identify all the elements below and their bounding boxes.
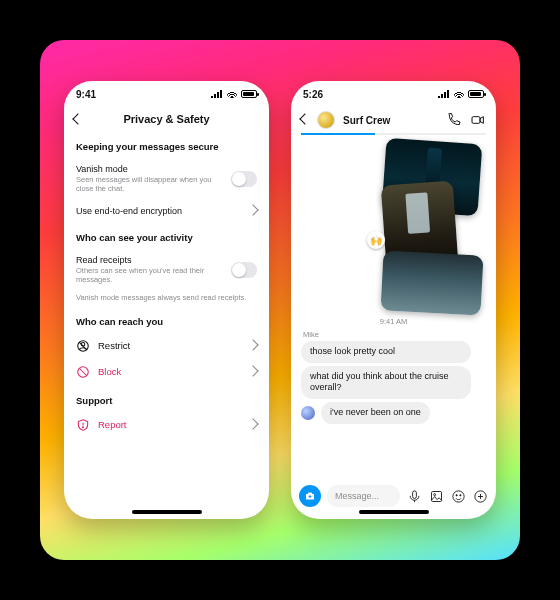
incoming-message[interactable]: those look pretty cool xyxy=(301,341,471,363)
chevron-right-icon xyxy=(247,418,258,429)
timestamp: 9:41 AM xyxy=(301,317,486,326)
chat-avatar[interactable] xyxy=(317,111,335,129)
section-header-reach: Who can reach you xyxy=(76,316,257,327)
status-bar: 9:41 xyxy=(64,81,269,107)
message-placeholder: Message... xyxy=(335,491,379,501)
incoming-message[interactable]: i've never been on one xyxy=(321,402,430,424)
receipts-note: Vanish mode messages always send read re… xyxy=(76,291,257,306)
svg-point-11 xyxy=(433,493,435,495)
sender-name: Mike xyxy=(303,330,486,339)
wifi-icon xyxy=(454,90,464,98)
svg-point-8 xyxy=(308,495,311,498)
status-time: 9:41 xyxy=(76,89,96,100)
home-indicator[interactable] xyxy=(359,510,429,514)
row-vanish-mode[interactable]: Vanish mode Seen messages will disappear… xyxy=(76,158,257,200)
row-block[interactable]: Block xyxy=(76,359,257,385)
video-call-button[interactable] xyxy=(470,112,486,128)
receipts-title: Read receipts xyxy=(76,255,223,265)
restrict-label: Restrict xyxy=(98,340,130,351)
phone-chat-thread: 5:26 Surf Crew 🙌 xyxy=(291,81,496,519)
back-button[interactable] xyxy=(74,113,82,125)
status-right xyxy=(211,90,257,98)
chevron-right-icon xyxy=(247,339,258,350)
svg-point-12 xyxy=(452,490,463,501)
chevron-right-icon xyxy=(247,204,258,215)
chat-title[interactable]: Surf Crew xyxy=(343,115,438,126)
e2e-title: Use end-to-end encryption xyxy=(76,206,241,216)
row-restrict[interactable]: Restrict xyxy=(76,333,257,359)
status-bar: 5:26 xyxy=(291,81,496,107)
reaction-emoji: 🙌 xyxy=(370,235,382,246)
report-icon xyxy=(76,418,90,432)
svg-point-13 xyxy=(456,494,457,495)
gradient-stage: 9:41 Privacy & Safety Keeping your messa… xyxy=(40,40,520,560)
vanish-sub: Seen messages will disappear when you cl… xyxy=(76,175,223,194)
nav-bar: Privacy & Safety xyxy=(64,107,269,131)
photo-pool-deck[interactable] xyxy=(380,250,483,315)
incoming-message[interactable]: what did you think about the cruise over… xyxy=(301,366,471,399)
block-icon xyxy=(76,365,90,379)
chevron-right-icon xyxy=(247,365,258,376)
add-button[interactable] xyxy=(472,488,488,504)
signal-icon xyxy=(211,90,223,98)
receipts-sub: Others can see when you've read their me… xyxy=(76,266,223,285)
vanish-toggle[interactable] xyxy=(231,171,257,187)
row-report[interactable]: Report xyxy=(76,412,257,438)
block-label: Block xyxy=(98,366,121,377)
home-indicator[interactable] xyxy=(132,510,202,514)
status-right xyxy=(438,90,484,98)
restrict-icon xyxy=(76,339,90,353)
vanish-title: Vanish mode xyxy=(76,164,223,174)
signal-icon xyxy=(438,90,450,98)
svg-line-4 xyxy=(80,368,87,375)
page-title: Privacy & Safety xyxy=(123,113,209,125)
section-header-activity: Who can see your activity xyxy=(76,232,257,243)
chevron-left-icon xyxy=(299,113,310,124)
camera-button[interactable] xyxy=(299,485,321,507)
message-input[interactable]: Message... xyxy=(327,485,400,507)
sticker-button[interactable] xyxy=(450,488,466,504)
phone-privacy-settings: 9:41 Privacy & Safety Keeping your messa… xyxy=(64,81,269,519)
reaction-badge[interactable]: 🙌 xyxy=(367,231,385,249)
voice-clip-button[interactable] xyxy=(406,488,422,504)
chat-header: Surf Crew xyxy=(291,107,496,133)
wifi-icon xyxy=(227,90,237,98)
back-button[interactable] xyxy=(301,115,309,125)
sender-avatar[interactable] xyxy=(301,406,315,420)
chevron-left-icon xyxy=(72,113,83,124)
report-label: Report xyxy=(98,419,127,430)
svg-rect-9 xyxy=(412,490,416,498)
battery-icon xyxy=(241,90,257,98)
receipts-toggle[interactable] xyxy=(231,262,257,278)
svg-point-6 xyxy=(83,427,84,428)
photo-stack[interactable]: 🙌 xyxy=(301,141,486,311)
settings-list[interactable]: Keeping your messages secure Vanish mode… xyxy=(64,131,269,519)
battery-icon xyxy=(468,90,484,98)
row-read-receipts[interactable]: Read receipts Others can see when you've… xyxy=(76,249,257,291)
audio-call-button[interactable] xyxy=(446,112,462,128)
row-e2e[interactable]: Use end-to-end encryption xyxy=(76,200,257,222)
svg-rect-10 xyxy=(431,491,441,501)
svg-point-14 xyxy=(459,494,460,495)
section-header-secure: Keeping your messages secure xyxy=(76,141,257,152)
status-time: 5:26 xyxy=(303,89,323,100)
section-header-support: Support xyxy=(76,395,257,406)
chat-body[interactable]: 🙌 9:41 AM Mike those look pretty cool wh… xyxy=(291,135,496,479)
svg-rect-7 xyxy=(472,117,480,124)
gallery-button[interactable] xyxy=(428,488,444,504)
